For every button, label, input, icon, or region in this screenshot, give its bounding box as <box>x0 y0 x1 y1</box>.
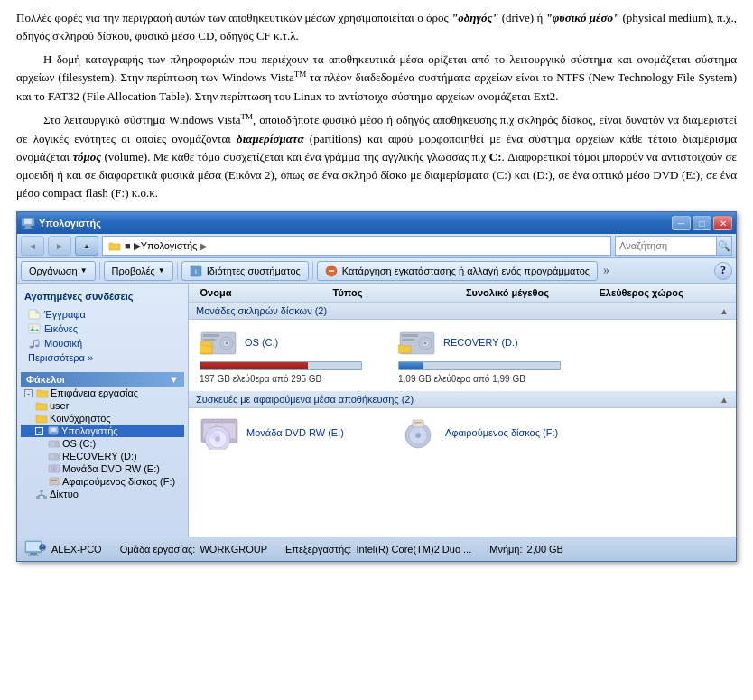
folders-collapse-icon: ▼ <box>169 374 179 385</box>
hdd-icon-d <box>398 327 436 358</box>
uninstall-button[interactable]: Κατάργηση εγκατάστασης ή αλλαγή ενός προ… <box>317 261 598 281</box>
recovery-label[interactable]: RECOVERY (D:) <box>443 337 518 348</box>
tree-computer-label: Υπολογιστής <box>61 425 118 436</box>
toolbar-divider-2 <box>177 262 178 280</box>
sidebar: Αγαπημένες συνδέσεις Έγγραφα Εικόνες <box>17 284 189 537</box>
title-bar-title: Υπολογιστής <box>39 218 101 229</box>
tree-item-computer[interactable]: - Υπολογιστής <box>21 425 184 437</box>
svg-rect-1 <box>24 219 32 224</box>
term-partitions: διαμερίσματα <box>237 132 304 145</box>
svg-rect-60 <box>414 425 422 425</box>
help-button[interactable]: ? <box>714 262 732 280</box>
hdd-icon-c <box>200 327 237 358</box>
views-label: Προβολές <box>112 266 155 276</box>
organize-button[interactable]: Οργάνωση ▼ <box>21 261 96 281</box>
tree-item-removable[interactable]: Αφαιρούμενος δίσκος (F:) <box>21 475 184 488</box>
folders-section: Φάκελοι ▼ - Επιφάνεια εργασίας <box>21 372 184 500</box>
removable-item-dvd: Μονάδα DVD RW (E:) <box>200 415 362 450</box>
music-label: Μουσική <box>44 338 82 349</box>
up-button[interactable]: ▲ <box>75 236 98 256</box>
desktop-folder-icon <box>36 387 49 398</box>
breadcrumb-bar[interactable]: ■ ▶ Υπολογιστής ▶ <box>102 236 611 256</box>
title-bar: Υπολογιστής ─ □ ✕ <box>17 212 736 234</box>
search-input[interactable] <box>616 240 716 251</box>
status-bar: ALEX-PCO Ομάδα εργασίας: WORKGROUP Επεξε… <box>17 537 736 561</box>
status-memory-value: 2,00 GB <box>527 544 563 555</box>
forward-button[interactable]: ► <box>48 236 71 256</box>
status-workgroup-value: WORKGROUP <box>200 544 267 555</box>
osc-progress-bar <box>200 361 362 370</box>
paragraph-1: Πολλές φορές για την περιγραφή αυτών των… <box>16 9 737 45</box>
svg-rect-53 <box>214 425 218 425</box>
computer-tree-icon <box>47 425 60 436</box>
svg-rect-29 <box>36 496 40 499</box>
tree-item-desktop[interactable]: - Επιφάνεια εργασίας <box>21 387 184 399</box>
tree-item-osc[interactable]: OS (C:) <box>21 437 184 450</box>
sidebar-more[interactable]: Περισσότερα » <box>21 350 184 365</box>
network-tree-icon <box>35 489 48 499</box>
tm-superscript-2: TM <box>241 112 254 121</box>
views-button[interactable]: Προβολές ▼ <box>104 261 173 281</box>
tree-item-dvd[interactable]: Μονάδα DVD RW (E:) <box>21 462 184 475</box>
uninstall-label: Κατάργηση εγκατάστασης ή αλλαγή ενός προ… <box>342 266 590 276</box>
tree-item-recovery[interactable]: RECOVERY (D:) <box>21 450 184 462</box>
sidebar-more-label: Περισσότερα » <box>28 352 93 363</box>
minimize-button[interactable]: ─ <box>672 216 691 230</box>
status-memory: Μνήμη: 2,00 GB <box>489 544 563 555</box>
tree-osc-label: OS (C:) <box>62 438 96 449</box>
breadcrumb-arrow: ▶ <box>200 241 208 251</box>
properties-button[interactable]: i Ιδιότητες συστήματος <box>181 261 309 281</box>
sidebar-item-music[interactable]: Μουσική <box>21 336 184 350</box>
svg-line-33 <box>42 495 45 496</box>
removable-item-flash: Αφαιρούμενος δίσκος (F:) <box>398 415 561 450</box>
tree-item-user[interactable]: user <box>21 399 184 412</box>
sidebar-item-pictures[interactable]: Εικόνες <box>21 322 184 336</box>
search-button[interactable]: 🔍 <box>716 237 731 255</box>
removable-section-header[interactable]: Συσκευές με αφαιρούμενα μέσα αποθήκευσης… <box>189 391 736 408</box>
osc-info: 197 GB ελεύθερα από 295 GB <box>200 374 321 384</box>
col-total-size[interactable]: Συνολικό μέγεθος <box>462 285 596 300</box>
tree-item-shared[interactable]: Κοινόχρηστος <box>21 412 184 425</box>
col-name[interactable]: Όνομα <box>196 285 330 300</box>
osc-label[interactable]: OS (C:) <box>245 337 278 348</box>
page-container: Πολλές φορές για την περιγραφή αυτών των… <box>16 9 737 562</box>
folders-title[interactable]: Φάκελοι ▼ <box>21 372 184 387</box>
svg-rect-46 <box>402 339 414 341</box>
folder-breadcrumb-icon <box>108 240 121 251</box>
svg-rect-18 <box>51 434 57 435</box>
address-bar: ◄ ► ▲ ■ ▶ Υπολογιστής ▶ 🔍 <box>17 234 736 258</box>
folders-title-label: Φάκελοι <box>26 374 65 385</box>
svg-rect-39 <box>203 339 216 341</box>
col-type[interactable]: Τύπος <box>330 285 463 300</box>
term-volume: τόμος <box>72 150 101 163</box>
sidebar-item-documents[interactable]: Έγγραφα <box>21 307 184 322</box>
more-tools-btn[interactable]: » <box>603 264 609 278</box>
col-free-space[interactable]: Ελεύθερος χώρος <box>596 285 730 300</box>
breadcrumb-location: Υπολογιστής <box>141 240 198 251</box>
maximize-button[interactable]: □ <box>693 216 711 230</box>
toolbar-divider-3 <box>312 262 313 280</box>
flash-label[interactable]: Αφαιρούμενος δίσκος (F:) <box>445 427 558 438</box>
hard-drives-section-header[interactable]: Μονάδες σκληρών δίσκων (2) ▲ <box>189 303 736 320</box>
disk-item-osc-top: OS (C:) <box>200 327 278 358</box>
hard-drives-arrow: ▲ <box>720 306 729 316</box>
svg-rect-58 <box>413 420 423 427</box>
tree-item-network[interactable]: Δίκτυο <box>21 488 184 500</box>
dvd-label[interactable]: Μονάδα DVD RW (E:) <box>246 427 344 438</box>
tree-network-label: Δίκτυο <box>50 489 79 499</box>
tm-superscript-1: TM <box>294 70 307 79</box>
recovery-info: 1,09 GB ελεύθερα από 1,99 GB <box>398 374 525 384</box>
recovery-progress-bar <box>398 361 561 370</box>
svg-point-57 <box>411 429 420 435</box>
back-button[interactable]: ◄ <box>21 236 44 256</box>
osc-progress-fill <box>200 362 308 369</box>
properties-icon: i <box>190 265 202 277</box>
tree-shared-label: Κοινόχρηστος <box>50 413 111 424</box>
disk-item-recovery: RECOVERY (D:) 1,09 GB ελεύθερα από 1,99 … <box>398 327 561 384</box>
svg-point-11 <box>35 345 39 347</box>
status-memory-label: Μνήμη: <box>489 544 522 555</box>
toolbar-divider-1 <box>99 262 100 280</box>
close-button[interactable]: ✕ <box>713 216 732 230</box>
removable-arrow: ▲ <box>720 395 729 405</box>
text-content: Πολλές φορές για την περιγραφή αυτών των… <box>16 9 737 202</box>
